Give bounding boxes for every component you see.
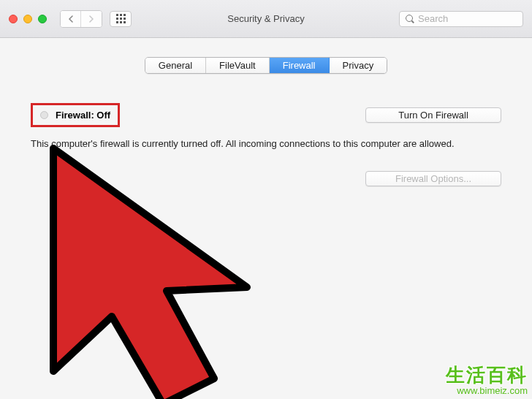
chevron-left-icon xyxy=(68,15,74,23)
firewall-status-highlight: Firewall: Off xyxy=(31,103,120,127)
options-row: Firewall Options... xyxy=(31,171,501,186)
tab-general[interactable]: General xyxy=(145,58,206,73)
chevron-right-icon xyxy=(88,15,94,23)
firewall-status-label: Firewall: Off xyxy=(56,110,110,121)
search-placeholder: Search xyxy=(418,13,448,24)
tab-filevault[interactable]: FileVault xyxy=(206,58,270,73)
window-title: Security & Privacy xyxy=(227,13,304,24)
close-window-button[interactable] xyxy=(9,15,18,23)
firewall-description: This computer's firewall is currently tu… xyxy=(31,137,501,151)
tab-bar: General FileVault Firewall Privacy xyxy=(145,57,387,74)
nav-buttons xyxy=(60,10,102,28)
watermark-url: www.bimeiz.com xyxy=(446,385,528,396)
window-controls xyxy=(9,15,47,23)
back-button[interactable] xyxy=(61,11,81,27)
status-row: Firewall: Off Turn On Firewall xyxy=(31,103,501,127)
minimize-window-button[interactable] xyxy=(23,15,32,23)
tab-firewall[interactable]: Firewall xyxy=(270,58,330,73)
firewall-panel: Firewall: Off Turn On Firewall This comp… xyxy=(31,103,501,186)
content-area: General FileVault Firewall Privacy Firew… xyxy=(0,38,532,399)
status-indicator-icon xyxy=(40,111,48,119)
forward-button[interactable] xyxy=(81,11,102,27)
firewall-options-button: Firewall Options... xyxy=(365,171,501,186)
show-all-button[interactable] xyxy=(110,11,132,27)
watermark: 生活百科 www.bimeiz.com xyxy=(446,362,528,396)
titlebar: Security & Privacy Search xyxy=(0,0,532,38)
search-input[interactable]: Search xyxy=(399,11,523,27)
zoom-window-button[interactable] xyxy=(38,15,47,23)
watermark-text: 生活百科 xyxy=(446,362,528,388)
tab-privacy[interactable]: Privacy xyxy=(330,58,387,73)
search-icon xyxy=(406,15,414,23)
grid-icon xyxy=(116,14,126,23)
turn-on-firewall-button[interactable]: Turn On Firewall xyxy=(365,107,501,123)
